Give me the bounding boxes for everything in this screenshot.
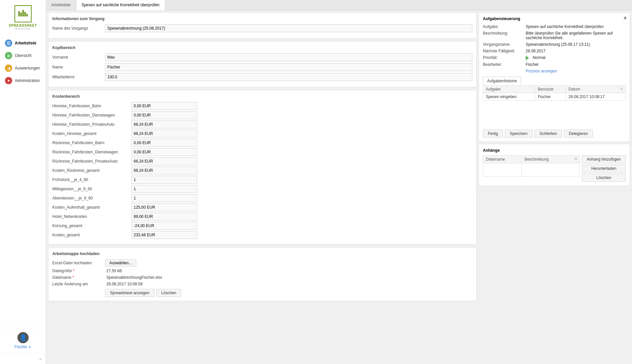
anhaenge-section: Anhänge Dateiname Beschreibung: [479, 144, 630, 186]
anhang-hinzufuegen-button[interactable]: Anhang hinzufügen: [582, 155, 626, 163]
anhang-loeschen-button[interactable]: Löschen: [582, 174, 626, 182]
user-name[interactable]: Fischer ∨: [14, 345, 32, 349]
anhaenge-empty-cell-2: [522, 163, 580, 176]
kostenbereich-section: Kostenbereich Hinreise_Fahrtkosten_Bahn …: [48, 90, 477, 245]
filename-value: SpesenablrechnungFischer.xlsx: [106, 275, 162, 280]
arbeitsmappe-delete-button[interactable]: Löschen: [156, 289, 181, 297]
cost-input[interactable]: [131, 185, 197, 193]
filesize-label: Dateigröße: [52, 269, 105, 273]
vorgangsname-label: Vorgangsname:: [483, 42, 526, 47]
cost-row: Hinreise_Fahrtkosten_Dienstwagen: [52, 111, 472, 119]
cost-row: Abendessen__je_9_60: [52, 194, 472, 202]
speichern-button[interactable]: Speichern: [505, 130, 533, 138]
prioritaet-value: Normal: [526, 55, 626, 60]
sidebar-footer: 👤 Fischer ∨: [0, 328, 46, 353]
schliessen-button[interactable]: Schließen: [535, 130, 562, 138]
cost-input[interactable]: [131, 111, 197, 119]
sidebar-item-auswertungen[interactable]: ◑ Auswertungen: [0, 62, 46, 74]
cost-input[interactable]: [131, 194, 197, 202]
mitarbeiter-input[interactable]: [105, 73, 472, 81]
kostenbereich-title: Kostenbereich: [52, 94, 472, 99]
cost-input[interactable]: [131, 102, 197, 110]
tab-arbeitsliste[interactable]: Arbeitsliste: [46, 0, 76, 10]
cost-input[interactable]: [131, 203, 197, 211]
sidebar-item-ubersicht[interactable]: ⊞ Übersicht: [0, 49, 46, 62]
cost-input[interactable]: [131, 176, 197, 184]
aufgabenhistorie-tab[interactable]: Aufgabenhistorie: [483, 77, 521, 85]
history-col-datum: Datum ⇅: [566, 85, 626, 93]
vorgang-name-input[interactable]: [105, 24, 472, 32]
sort-icon: ⇅: [620, 87, 623, 91]
aufgabensteuerung-title: Aufgabensteuerung: [483, 16, 626, 21]
kopfbereich-title: Kopfbereich: [52, 45, 472, 50]
anhang-herunterladen-button[interactable]: Herunterladen: [582, 165, 626, 172]
cost-row: Kosten_Aufenthalt_gesamt: [52, 203, 472, 211]
cost-input[interactable]: [131, 130, 197, 138]
cost-row: Kosten_gesamt: [52, 231, 472, 239]
cost-input[interactable]: [131, 213, 197, 221]
cost-input[interactable]: [131, 222, 197, 230]
cost-row: Rückreise_Fahrtkosten_Dienstwagen: [52, 148, 472, 156]
bearbeiter-row: Bearbeiter: Fischer: [483, 62, 626, 67]
logo-icon: [18, 9, 28, 19]
history-benutzer: Fischer: [535, 93, 566, 100]
aufgabe-label: Aufgabe:: [483, 24, 526, 29]
cost-input[interactable]: [131, 139, 197, 147]
cost-row: Hinreise_Fahrtkosten_Bahn: [52, 102, 472, 110]
svg-rect-2: [22, 10, 24, 16]
vorname-input[interactable]: [105, 53, 472, 61]
cost-input[interactable]: [131, 167, 197, 174]
cost-row: Kosten_Hinreise_gesamt: [52, 130, 472, 138]
cost-label: Mittagessen__je_9_60: [52, 187, 131, 191]
anhaenge-empty-row: [483, 163, 580, 176]
history-aufgabe: Spesen eingeben: [483, 93, 535, 100]
vorgang-name-label: Name des Vorgangs: [52, 26, 105, 31]
collapse-button[interactable]: «: [0, 353, 46, 364]
anhaenge-title: Anhänge: [483, 148, 626, 153]
faelligkeit-row: Nächste Fälligkeit: 28.08.2017: [483, 49, 626, 53]
cost-input[interactable]: [131, 120, 197, 128]
svg-rect-0: [18, 11, 20, 16]
wrench-icon: ✦: [5, 77, 12, 84]
left-panel: Informationen zum Vorgang Name des Vorga…: [48, 12, 477, 362]
kopfbereich-section: Kopfbereich Vorname Name Mitarbeiternr.: [48, 41, 477, 87]
prozess-link[interactable]: Prozess anzeigen: [526, 69, 626, 73]
fertig-button[interactable]: Fertig: [483, 130, 503, 138]
sidebar-item-administration[interactable]: ✦ Administration: [0, 74, 46, 87]
cost-row: Kürzung_gesamt: [52, 222, 472, 230]
bearbeiter-value: Fischer: [526, 62, 626, 67]
name-input[interactable]: [105, 63, 472, 71]
mitarbeiter-label: Mitarbeiternr.: [52, 75, 105, 79]
right-panel: ▲ Aufgabensteuerung Aufgabe: Spesen auf …: [479, 12, 630, 362]
cost-label: Hinreise_Fahrtkosten_Bahn: [52, 104, 131, 108]
history-tbody: Spesen eingeben Fischer 28.08.2017 10:08…: [483, 93, 626, 100]
cost-label: Hinreise_Fahrtkosten_Dienstwagen: [52, 113, 131, 117]
cost-label: Rückreise_Fahrtkosten_Bahn: [52, 141, 131, 145]
cost-input[interactable]: [131, 231, 197, 239]
prioritaet-label: Priorität:: [483, 55, 526, 60]
anhaenge-container: Dateiname Beschreibung ⊞: [483, 155, 626, 182]
delegieren-button[interactable]: Delegieren: [564, 130, 593, 138]
cost-input[interactable]: [131, 148, 197, 156]
cost-row: Rückreise_Fahrtkosten_PrivatesAuto: [52, 157, 472, 165]
spreadsheet-anzeigen-button[interactable]: Spreadsheet anzeigen: [105, 289, 154, 297]
svg-rect-4: [26, 14, 28, 16]
sidebar-item-label-administration: Administration: [15, 78, 40, 83]
lastchange-value: 28.08.2017 10:08:58: [106, 282, 143, 286]
excel-choose-button[interactable]: Auswählen...: [105, 259, 136, 267]
beschreibung-row: Beschreibung: Bitte überprüfen Sie alle …: [483, 31, 626, 40]
tab-spesenkorr[interactable]: Spesen auf sachliche Korrektheit überprü…: [76, 0, 165, 10]
cost-row: Kosten_Rückreise_gesamt: [52, 167, 472, 174]
scroll-up-icon: ▲: [622, 14, 628, 20]
history-empty-space: [483, 101, 626, 127]
svg-rect-3: [24, 12, 26, 16]
cost-input[interactable]: [131, 157, 197, 165]
lastchange-label: Letzte Änderung am: [52, 282, 105, 286]
faelligkeit-label: Nächste Fälligkeit:: [483, 49, 526, 53]
cost-label: Kosten_gesamt: [52, 233, 131, 237]
sidebar-item-arbeitsliste[interactable]: ☰ Arbeitsliste: [0, 37, 46, 49]
vorgang-title: Informationen zum Vorgang: [52, 16, 472, 21]
priority-icon: [526, 56, 530, 60]
cost-label: Kosten_Rückreise_gesamt: [52, 168, 131, 173]
action-buttons: Fertig Speichern Schließen Delegieren: [483, 130, 626, 138]
